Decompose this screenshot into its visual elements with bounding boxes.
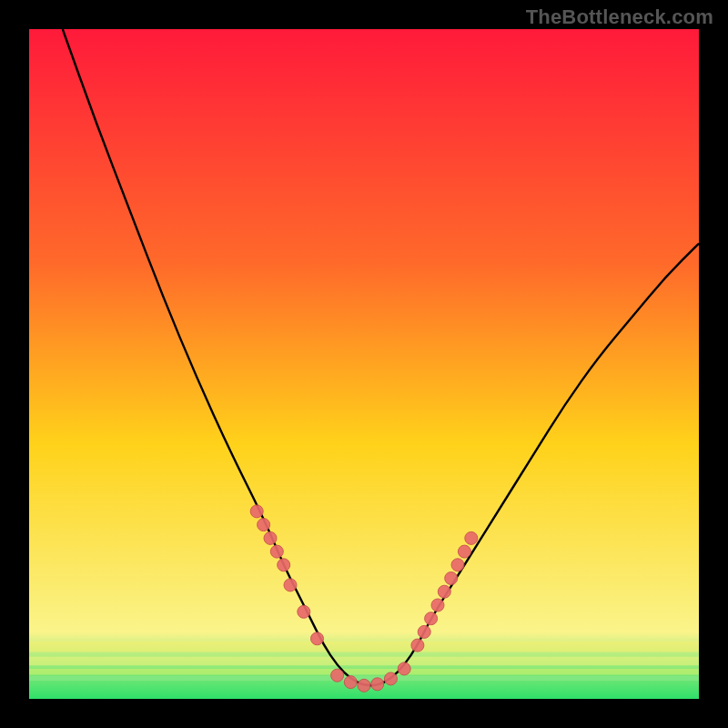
data-marker [358, 679, 370, 692]
data-marker [465, 531, 478, 544]
data-marker [278, 559, 290, 571]
data-marker [384, 672, 397, 685]
data-marker [311, 632, 324, 645]
data-marker [398, 662, 410, 675]
data-marker [425, 612, 438, 625]
data-marker [270, 545, 283, 558]
bottleneck-chart [29, 29, 699, 699]
data-marker [418, 625, 430, 638]
data-marker [250, 505, 263, 518]
data-marker [371, 678, 384, 691]
data-marker [284, 579, 297, 592]
data-marker [264, 531, 277, 544]
watermark-text: TheBottleneck.com [526, 5, 713, 29]
data-marker [411, 639, 424, 652]
gradient-strip [29, 657, 699, 666]
data-marker [458, 545, 470, 558]
data-marker [344, 676, 357, 689]
data-marker [438, 585, 450, 598]
plot-area [29, 29, 699, 699]
gradient-background [29, 29, 699, 699]
data-marker [258, 519, 270, 531]
data-marker [331, 669, 344, 682]
data-marker [445, 572, 458, 585]
data-marker [431, 599, 444, 612]
gradient-strip [29, 642, 699, 652]
chart-frame: TheBottleneck.com [0, 0, 728, 728]
data-marker [451, 559, 464, 571]
data-marker [298, 605, 310, 618]
gradient-strip [29, 669, 699, 675]
